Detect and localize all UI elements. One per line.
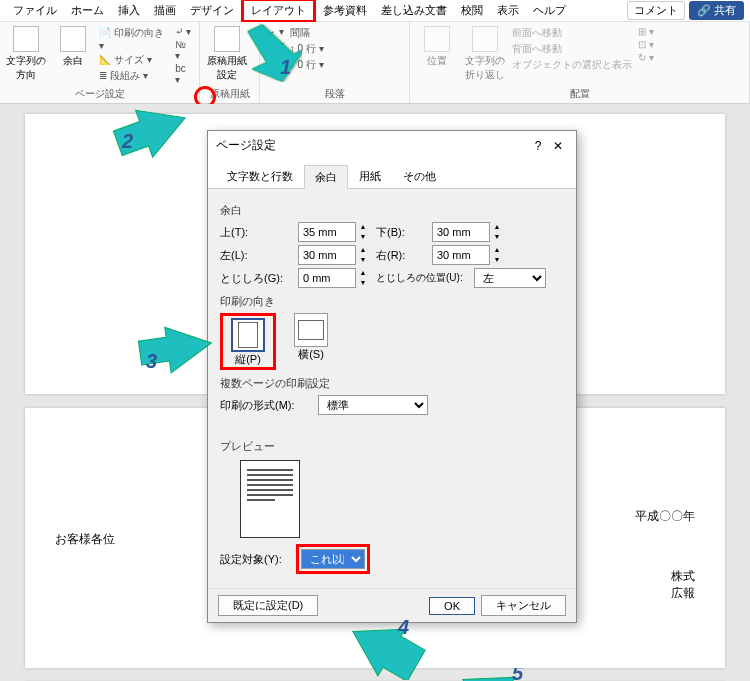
- tab-other[interactable]: その他: [392, 164, 447, 188]
- rotate-button: ↻ ▾: [638, 52, 654, 63]
- tab-draw[interactable]: 描画: [147, 1, 183, 20]
- dialog-title: ページ設定: [216, 137, 276, 154]
- help-button[interactable]: ?: [528, 139, 548, 153]
- comment-button[interactable]: コメント: [627, 1, 685, 20]
- apply-to-select[interactable]: これ以降: [301, 549, 365, 569]
- line-numbers-button[interactable]: № ▾: [175, 39, 193, 61]
- size-button[interactable]: 📐 サイズ ▾: [99, 53, 169, 67]
- tab-paper[interactable]: 用紙: [348, 164, 392, 188]
- selection-pane-button[interactable]: オブジェクトの選択と表示: [512, 58, 632, 72]
- dialog-tabs: 文字数と行数 余白 用紙 その他: [208, 160, 576, 189]
- tab-references[interactable]: 参考資料: [316, 1, 374, 20]
- tab-insert[interactable]: 挿入: [111, 1, 147, 20]
- portrait-label: 縦(P): [235, 352, 261, 367]
- columns-label: 段組み: [110, 70, 140, 81]
- orientation-button[interactable]: 📄 印刷の向き ▾: [99, 26, 169, 51]
- bottom-label: 下(B):: [376, 225, 426, 240]
- indent-left[interactable]: → ▾: [266, 26, 284, 37]
- spacing-after-val: 0 行: [298, 59, 316, 70]
- margin-section-header: 余白: [220, 203, 564, 218]
- right-label: 右(R):: [376, 248, 426, 263]
- print-format-select[interactable]: 標準: [318, 395, 428, 415]
- tab-design[interactable]: デザイン: [183, 1, 241, 20]
- tab-review[interactable]: 校閲: [454, 1, 490, 20]
- manuscript-button[interactable]: 原稿用紙設定: [206, 26, 248, 82]
- top-label: 上(T):: [220, 225, 292, 240]
- margin-label: 余白: [63, 54, 83, 68]
- group-title-paragraph: 段落: [266, 87, 403, 103]
- bring-front-button: 前面へ移動: [512, 26, 632, 40]
- text-direction-label: 文字列の方向: [6, 54, 47, 82]
- ribbon-group-paragraph: → ▾ ← ▾ 間隔 ↕ 0 行 ▾ ↕ 0 行 ▾ 段落: [260, 22, 410, 103]
- margin-button[interactable]: 余白: [53, 26, 94, 85]
- position-label: 位置: [427, 54, 447, 68]
- orientation-landscape[interactable]: 横(S): [290, 313, 332, 362]
- ribbon-group-arrange: 位置 文字列の折り返し 前面へ移動 背面へ移動 オブジェクトの選択と表示 ⊞ ▾…: [410, 22, 750, 103]
- tab-home[interactable]: ホーム: [64, 1, 111, 20]
- manuscript-icon: [214, 26, 240, 52]
- group-title-page-setup: ページ設定: [6, 87, 193, 103]
- breaks-button[interactable]: ⤶ ▾: [175, 26, 193, 37]
- preview-section-header: プレビュー: [220, 439, 564, 454]
- gutter-label: とじしろ(G):: [220, 271, 292, 286]
- columns-button[interactable]: ≣ 段組み ▾: [99, 69, 169, 83]
- portrait-icon: [231, 318, 265, 352]
- page-setup-dialog: ページ設定 ? ✕ 文字数と行数 余白 用紙 その他 余白 上(T): ▲▼ 下…: [207, 130, 577, 623]
- multi-page-section-header: 複数ページの印刷設定: [220, 376, 564, 391]
- left-spinner[interactable]: ▲▼: [355, 245, 370, 265]
- ok-button[interactable]: OK: [429, 597, 475, 615]
- bottom-spinner[interactable]: ▲▼: [489, 222, 504, 242]
- hyphenation-button[interactable]: bc ▾: [175, 63, 193, 85]
- orientation-label: 印刷の向き: [114, 27, 164, 38]
- tab-help[interactable]: ヘルプ: [526, 1, 573, 20]
- set-default-button[interactable]: 既定に設定(D): [218, 595, 318, 616]
- wrap-icon: [472, 26, 498, 52]
- comment-label: コメント: [634, 4, 678, 16]
- apply-to-label: 設定対象(Y):: [220, 552, 290, 567]
- text-direction-icon: [13, 26, 39, 52]
- preview-icon: [240, 460, 300, 538]
- wrap-label: 文字列の折り返し: [464, 54, 506, 82]
- top-spinner[interactable]: ▲▼: [355, 222, 370, 242]
- tab-layout[interactable]: レイアウト: [241, 0, 316, 23]
- group-button: ⊡ ▾: [638, 39, 654, 50]
- indent-right[interactable]: ← ▾: [266, 39, 284, 50]
- orientation-section-header: 印刷の向き: [220, 294, 564, 309]
- ribbon-group-page-setup: 文字列の方向 余白 📄 印刷の向き ▾ 📐 サイズ ▾ ≣ 段組み ▾ ⤶ ▾ …: [0, 22, 200, 103]
- align-button: ⊞ ▾: [638, 26, 654, 37]
- position-button: 位置: [416, 26, 458, 82]
- group-title-manuscript: 原稿用紙: [206, 87, 253, 103]
- cancel-button[interactable]: キャンセル: [481, 595, 566, 616]
- gutter-spinner[interactable]: ▲▼: [355, 268, 370, 288]
- ribbon-group-manuscript: 原稿用紙設定 原稿用紙: [200, 22, 260, 103]
- ribbon: 文字列の方向 余白 📄 印刷の向き ▾ 📐 サイズ ▾ ≣ 段組み ▾ ⤶ ▾ …: [0, 22, 750, 104]
- share-button[interactable]: 🔗 共有: [689, 1, 744, 20]
- tab-mailings[interactable]: 差し込み文書: [374, 1, 454, 20]
- manuscript-label: 原稿用紙設定: [206, 54, 248, 82]
- landscape-label: 横(S): [298, 347, 324, 362]
- spacing-before[interactable]: ↕ 0 行 ▾: [290, 42, 324, 56]
- share-label: 共有: [714, 4, 736, 16]
- margin-icon: [60, 26, 86, 52]
- close-button[interactable]: ✕: [548, 139, 568, 153]
- tab-view[interactable]: 表示: [490, 1, 526, 20]
- gutter-pos-select[interactable]: 左: [474, 268, 546, 288]
- spacing-after[interactable]: ↕ 0 行 ▾: [290, 58, 324, 72]
- size-label: サイズ: [114, 54, 144, 65]
- wrap-button: 文字列の折り返し: [464, 26, 506, 82]
- text-direction-button[interactable]: 文字列の方向: [6, 26, 47, 85]
- tab-file[interactable]: ファイル: [6, 1, 64, 20]
- left-label: 左(L):: [220, 248, 292, 263]
- send-back-button: 背面へ移動: [512, 42, 632, 56]
- group-title-arrange: 配置: [416, 87, 743, 103]
- gutter-pos-label: とじしろの位置(U):: [376, 271, 468, 285]
- right-spinner[interactable]: ▲▼: [489, 245, 504, 265]
- spacing-label: 間隔: [290, 26, 324, 40]
- landscape-icon: [294, 313, 328, 347]
- orientation-portrait[interactable]: 縦(P): [227, 318, 269, 367]
- tab-chars-lines[interactable]: 文字数と行数: [216, 164, 304, 188]
- position-icon: [424, 26, 450, 52]
- print-format-label: 印刷の形式(M):: [220, 398, 312, 413]
- tab-margins[interactable]: 余白: [304, 165, 348, 189]
- menu-bar: ファイル ホーム 挿入 描画 デザイン レイアウト 参考資料 差し込み文書 校閲…: [0, 0, 750, 22]
